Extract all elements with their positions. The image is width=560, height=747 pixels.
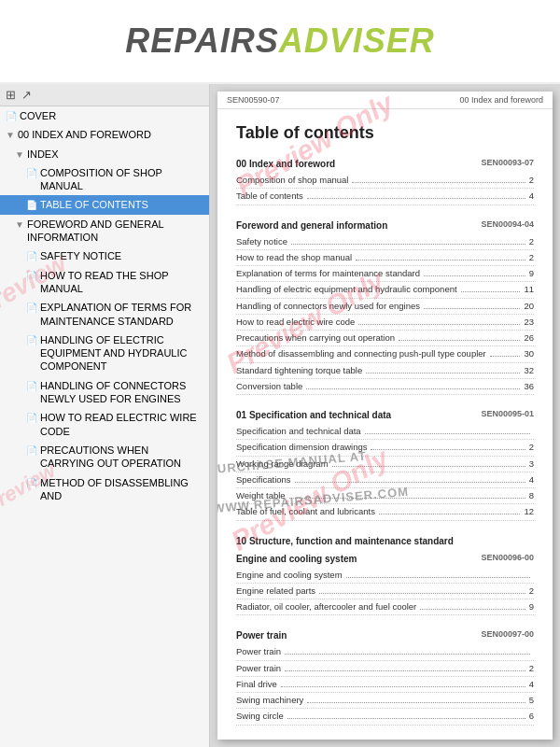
sidebar-item-how-read-elec[interactable]: 📄 HOW TO READ ELECTRIC WIRE CODE bbox=[0, 408, 209, 441]
toc-row: Handling of connectors newly used for en… bbox=[236, 299, 534, 315]
sidebar-toolbar: ⊞ ↗ bbox=[0, 84, 209, 106]
doc-icon-method: 📄 bbox=[26, 477, 37, 489]
toc-section-6: Undercarriage and frame SEN00098-00 Unde… bbox=[236, 739, 534, 740]
toc-row: Table of fuel, coolant and lubricants12 bbox=[236, 504, 534, 520]
toc-s2-title: Foreword and general information bbox=[236, 218, 387, 233]
sidebar-label-composition: COMPOSITION OF SHOP MANUAL bbox=[40, 166, 205, 193]
toc-s2-code: SEN00094-04 bbox=[481, 218, 534, 233]
doc-icon-toc: 📄 bbox=[26, 199, 37, 211]
sidebar-item-toc[interactable]: 📄 TABLE OF CONTENTS bbox=[0, 195, 209, 214]
doc-icon-safety: 📄 bbox=[26, 250, 37, 262]
page-title: Table of contents bbox=[236, 120, 534, 146]
sidebar-item-index[interactable]: ▼ INDEX bbox=[0, 145, 209, 163]
toc-row: Swing machinery5 bbox=[236, 693, 534, 709]
sidebar[interactable]: ⊞ ↗ 📄 COVER ▼ 00 INDEX AND FOREWORD ▼ IN… bbox=[0, 84, 210, 747]
toc-row: Specification and technical data bbox=[236, 424, 534, 440]
sidebar-item-explanation[interactable]: 📄 EXPLANATION OF TERMS FOR MAINTENANCE S… bbox=[0, 298, 209, 331]
toc-row: Final drive4 bbox=[236, 677, 534, 693]
toc-row: Precautions when carrying out operation2… bbox=[236, 331, 534, 346]
sidebar-item-foreword[interactable]: ▼ FOREWORD AND GENERAL INFORMATION bbox=[0, 215, 209, 247]
toc-s6-code: SEN00098-00 bbox=[481, 739, 534, 740]
toc-row: Engine related parts2 bbox=[236, 584, 534, 599]
toc-row: Table of contents4 bbox=[236, 189, 534, 204]
sidebar-icon-left[interactable]: ⊞ bbox=[6, 88, 16, 102]
doc-icon-howto: 📄 bbox=[26, 270, 37, 282]
toc-row: Power train2 bbox=[236, 661, 534, 677]
sidebar-label-index: INDEX bbox=[27, 148, 59, 161]
sidebar-item-method[interactable]: 📄 METHOD OF DISASSEMBLING AND bbox=[0, 473, 209, 506]
sidebar-label-handling-elec: HANDLING OF ELECTRIC EQUIPMENT AND HYDRA… bbox=[40, 333, 205, 374]
toc-section-4: 10 Structure, function and maintenance s… bbox=[236, 534, 534, 616]
page-header-left: SEN00590-07 bbox=[227, 95, 280, 105]
sidebar-item-precautions[interactable]: 📄 PRECAUTIONS WHEN CARRYING OUT OPERATIO… bbox=[0, 441, 209, 473]
expand-icon-2: ▼ bbox=[15, 148, 24, 161]
sidebar-item-cover[interactable]: 📄 COVER bbox=[0, 106, 209, 125]
document-icon: 📄 bbox=[6, 110, 17, 122]
toc-section-3: 01 Specification and technical data SEN0… bbox=[236, 408, 534, 521]
sidebar-item-how-to-read[interactable]: 📄 HOW TO READ THE SHOP MANUAL bbox=[0, 266, 209, 299]
toc-section-5: Power train SEN00097-00 Power train Powe… bbox=[236, 628, 534, 725]
toc-row: Method of disassembling and connecting p… bbox=[236, 346, 534, 362]
toc-section-1: 00 Index and foreword SEN00093-07 Compos… bbox=[236, 157, 534, 205]
sidebar-label-cover: COVER bbox=[20, 109, 56, 122]
toc-row: How to read the shop manual2 bbox=[236, 250, 534, 266]
toc-row: Power train bbox=[236, 644, 534, 660]
toc-row: Swing circle6 bbox=[236, 709, 534, 725]
toc-row: Explanation of terms for maintenance sta… bbox=[236, 266, 534, 282]
page-wrapper: SEN00590-07 00 Index and foreword Table … bbox=[217, 92, 553, 740]
toc-s1-title: 00 Index and foreword bbox=[236, 157, 335, 171]
doc-icon-conn: 📄 bbox=[26, 380, 37, 392]
doc-icon-comp: 📄 bbox=[26, 167, 37, 179]
doc-icon-elec: 📄 bbox=[26, 412, 37, 424]
toc-row: Engine and cooling system bbox=[236, 568, 534, 584]
toc-row: Radiator, oil cooler, aftercooler and fu… bbox=[236, 599, 534, 615]
toc-s3-title: 01 Specification and technical data bbox=[236, 408, 391, 422]
toc-row: Conversion table36 bbox=[236, 379, 534, 395]
logo-adviser: ADVISER bbox=[279, 21, 435, 60]
toc-row: Standard tightening torque table32 bbox=[236, 363, 534, 379]
content-area: SEN00590-07 00 Index and foreword Table … bbox=[210, 84, 560, 747]
toc-s5-code: SEN00097-00 bbox=[481, 628, 534, 642]
sidebar-label-handling-conn: HANDLING OF CONNECTORS NEWLY USED FOR EN… bbox=[40, 379, 205, 406]
toc-row: Safety notice2 bbox=[236, 234, 534, 250]
sidebar-label-method: METHOD OF DISASSEMBLING AND bbox=[40, 476, 205, 503]
main-area: ⊞ ↗ 📄 COVER ▼ 00 INDEX AND FOREWORD ▼ IN… bbox=[0, 84, 560, 747]
toc-row: Handling of electric equipment and hydra… bbox=[236, 282, 534, 298]
toc-row: Composition of shop manual2 bbox=[236, 173, 534, 189]
sidebar-label-explanation: EXPLANATION OF TERMS FOR MAINTENANCE STA… bbox=[40, 301, 205, 328]
toc-row: How to read electric wire code23 bbox=[236, 315, 534, 331]
sidebar-label-toc: TABLE OF CONTENTS bbox=[40, 198, 148, 211]
sidebar-icon-right[interactable]: ↗ bbox=[21, 88, 32, 102]
sidebar-item-composition[interactable]: 📄 COMPOSITION OF SHOP MANUAL bbox=[0, 163, 209, 196]
sidebar-label-precautions: PRECAUTIONS WHEN CARRYING OUT OPERATION bbox=[40, 444, 205, 471]
toc-row: Weight table8 bbox=[236, 488, 534, 504]
header: REPAIRSADVISER bbox=[0, 0, 560, 84]
page-content: Table of contents 00 Index and foreword … bbox=[217, 109, 553, 740]
sidebar-label-foreword: FOREWORD AND GENERAL INFORMATION bbox=[27, 218, 205, 245]
sidebar-label-00index: 00 INDEX AND FOREWORD bbox=[18, 128, 151, 141]
logo-repairs: REPAIRS bbox=[125, 21, 278, 60]
sidebar-item-00-index[interactable]: ▼ 00 INDEX AND FOREWORD bbox=[0, 125, 209, 144]
sidebar-item-handling-elec[interactable]: 📄 HANDLING OF ELECTRIC EQUIPMENT AND HYD… bbox=[0, 331, 209, 376]
doc-icon-expl: 📄 bbox=[26, 302, 37, 314]
toc-s4a-code: SEN00096-00 bbox=[481, 552, 534, 566]
sidebar-label-howto: HOW TO READ THE SHOP MANUAL bbox=[40, 269, 205, 296]
toc-row: Specifications4 bbox=[236, 472, 534, 488]
toc-s1-code: SEN00093-07 bbox=[481, 157, 534, 171]
page-header-bar: SEN00590-07 00 Index and foreword bbox=[217, 92, 553, 109]
sidebar-label-safety: SAFETY NOTICE bbox=[40, 249, 121, 262]
logo: REPAIRSADVISER bbox=[125, 21, 434, 61]
toc-row: Working range diagram3 bbox=[236, 457, 534, 472]
toc-s6-title: Undercarriage and frame bbox=[236, 739, 346, 740]
sidebar-item-handling-conn[interactable]: 📄 HANDLING OF CONNECTORS NEWLY USED FOR … bbox=[0, 376, 209, 409]
sidebar-label-how-read-elec: HOW TO READ ELECTRIC WIRE CODE bbox=[40, 411, 205, 438]
expand-icon-3: ▼ bbox=[15, 218, 24, 231]
toc-s4a-title: Engine and cooling system bbox=[236, 552, 357, 566]
page-header-right: 00 Index and foreword bbox=[459, 95, 543, 105]
expand-icon: ▼ bbox=[6, 129, 15, 141]
sidebar-item-safety[interactable]: 📄 SAFETY NOTICE bbox=[0, 247, 209, 265]
toc-s4-header: 10 Structure, function and maintenance s… bbox=[236, 534, 534, 548]
toc-s3-code: SEN00095-01 bbox=[481, 408, 534, 422]
toc-section-2: Foreword and general information SEN0009… bbox=[236, 218, 534, 396]
toc-s5-title: Power train bbox=[236, 628, 287, 642]
